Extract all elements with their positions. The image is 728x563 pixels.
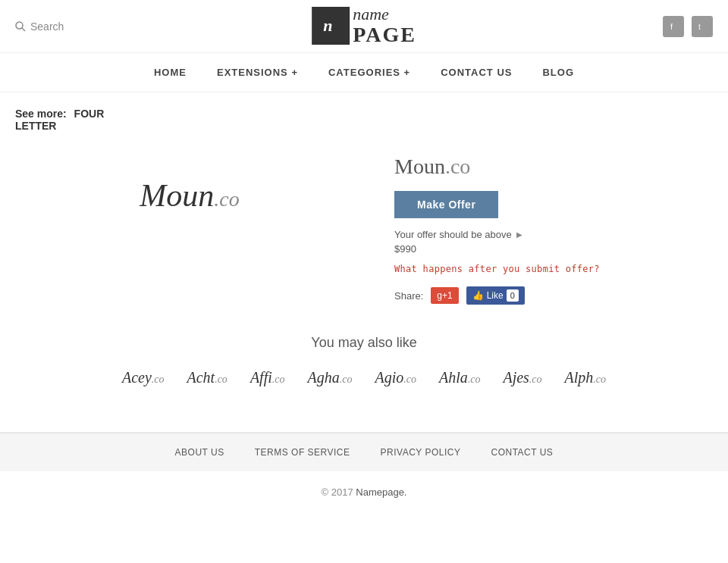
svg-text:t: t [698,23,701,31]
domain-info-panel: Moun.co Make Offer Your offer should be … [394,147,713,305]
domain-card-tld: .co [215,374,228,385]
domain-card-name: Agio [375,369,403,386]
svg-text:f: f [670,22,673,31]
see-more-prefix: See more: [15,108,67,120]
domain-card[interactable]: Alph.co [565,369,607,386]
brand-link[interactable]: Namepage. [356,486,406,498]
domain-section: Moun.co Moun.co Make Offer Your offer sh… [15,147,713,305]
domain-card-tld: .co [272,374,285,385]
copyright-text: © 2017 [322,486,353,498]
domain-card-tld: .co [468,374,481,385]
domain-card-tld: .co [152,374,165,385]
offer-price: $990 [394,243,713,255]
domain-card[interactable]: Agio.co [375,369,416,386]
fb-like-count: 0 [507,289,519,302]
also-like-title: You may also like [15,335,713,351]
domain-logo-area: Moun.co [15,147,364,244]
domain-card-tld: .co [593,374,606,385]
logo-page-text: PAGE [353,23,416,47]
see-more-section: See more: FOUR LETTER [15,108,713,132]
domain-title: Moun.co [394,155,713,179]
svg-point-0 [16,22,23,29]
nav-categories[interactable]: CATEGORIES + [328,65,410,80]
domain-name-display: Moun [140,178,214,213]
footer-link-item[interactable]: TERMS OF SERVICE [255,447,350,458]
domain-card[interactable]: Ajes.co [503,369,541,386]
svg-text:n: n [323,16,332,35]
footer-link-item[interactable]: CONTACT US [491,447,553,458]
logo-text: name PAGE [353,5,416,47]
offer-info-link[interactable]: What happens after you submit offer? [394,264,600,274]
domain-card-name: Agha [307,369,339,386]
domain-card[interactable]: Acey.co [122,369,165,386]
share-label: Share: [394,290,423,302]
also-like-section: You may also like Acey.coAcht.coAffi.coA… [15,335,713,386]
footer-links: ABOUT USTERMS OF SERVICEPRIVACY POLICYCO… [0,433,728,471]
nav-home[interactable]: HOME [154,65,187,80]
footer-link-item[interactable]: ABOUT US [175,447,224,458]
footer-link-item[interactable]: PRIVACY POLICY [381,447,461,458]
domain-list: Acey.coAcht.coAffi.coAgha.coAgio.coAhla.… [15,369,713,386]
footer-bottom: © 2017 Namepage. [0,471,728,513]
search-icon [15,21,26,32]
google-plus-button[interactable]: g+1 [431,287,458,304]
logo-icon: n [312,7,350,45]
domain-card-name: Affi [250,369,272,386]
facebook-like-button[interactable]: 👍 Like 0 [466,286,525,305]
main-content: See more: FOUR LETTER Moun.co Moun.co Ma… [0,92,728,432]
search-label: Search [30,20,64,33]
domain-card-name: Acht [187,369,215,386]
logo[interactable]: n name PAGE [312,5,416,47]
share-row: Share: g+1 👍 Like 0 [394,286,713,305]
domain-card-name: Alph [565,369,594,386]
domain-card-tld: .co [340,374,353,385]
logo-name-text: name [353,5,416,23]
domain-card[interactable]: Affi.co [250,369,285,386]
nav-blog[interactable]: BLOG [542,65,574,80]
svg-line-1 [22,28,25,31]
offer-arrow-icon: ▶ [516,230,522,239]
nav-extensions[interactable]: EXTENSIONS + [217,65,298,80]
main-nav: HOME EXTENSIONS + CATEGORIES + CONTACT U… [0,53,728,92]
domain-card-name: Acey [122,369,152,386]
twitter-icon[interactable]: t [692,16,713,37]
domain-card[interactable]: Agha.co [307,369,352,386]
fb-thumb-icon: 👍 [472,290,484,301]
domain-tld-display: .co [214,187,239,211]
domain-card-name: Ahla [439,369,468,386]
domain-card-tld: .co [529,374,542,385]
facebook-icon[interactable]: f [663,16,684,37]
search-area[interactable]: Search [15,20,106,33]
domain-card[interactable]: Acht.co [187,369,228,386]
domain-card-tld: .co [403,374,416,385]
domain-card[interactable]: Ahla.co [439,369,481,386]
domain-logo-display: Moun.co [140,177,239,214]
domain-card-name: Ajes [503,369,529,386]
social-links: f t [663,16,713,37]
header: Search n name PAGE f t [0,0,728,53]
fb-like-label: Like [487,290,504,301]
offer-hint: Your offer should be above ▶ [394,229,713,240]
make-offer-button[interactable]: Make Offer [394,191,498,218]
nav-contact[interactable]: CONTACT US [441,65,512,80]
